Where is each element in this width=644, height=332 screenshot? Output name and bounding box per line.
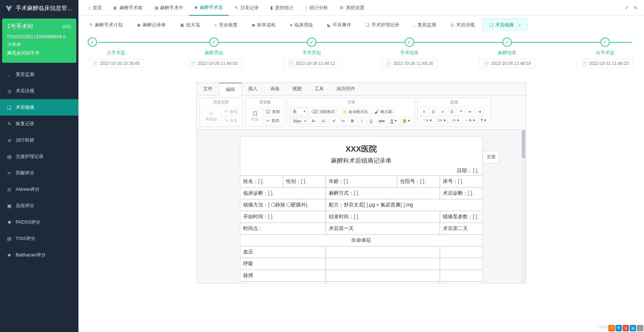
page-header-button[interactable]: 页眉 [483,151,499,163]
align-justify-button[interactable]: ☰ [448,108,456,116]
format-brush-button[interactable]: 🖌格式刷 [372,108,395,116]
scrollbar-thumb[interactable] [522,130,525,158]
nav-icon: ✱ [6,220,12,225]
para-more-button[interactable]: ¶▾ [479,116,489,124]
cut-button[interactable]: ✂剪切 [264,117,282,125]
topnav-item-3[interactable]: ■麻醉手术后 [189,0,229,16]
sidebar-item-0[interactable]: ◟复苏监测 [0,66,78,83]
editor-menu-bar: 文件编辑插入表格视图工具病历控件 [197,83,526,96]
subtab-label: 安全核查 [219,22,237,28]
subtab-7[interactable]: ❑手术护理记录 [359,19,406,31]
indent-button[interactable]: ⇥ [476,108,484,116]
refresh-icon[interactable]: ↻ [634,5,638,10]
align-right-button[interactable]: ≡ [439,108,446,116]
undo-button[interactable]: ↶撤销 [222,108,240,116]
tray-icon[interactable]: 方 [608,325,615,331]
topnav-item-1[interactable]: ◐麻醉手术前 [108,0,148,16]
editor-menu-5[interactable]: 工具 [308,83,330,95]
strike-button[interactable]: abc [377,117,387,125]
align-left-button[interactable]: ≡ [420,108,428,116]
font-decrease-button[interactable]: A↓ [320,117,329,125]
clear-format-button[interactable]: ⌫清除格式 [309,108,337,116]
redo-button[interactable]: ↷恢复 [222,117,240,125]
ribbon-title-history: 历史记录 [202,99,240,106]
subtab-1[interactable]: ◉麻醉记录单 [131,19,172,31]
spacing-button[interactable]: ↔A▾ [463,116,477,124]
tray-icon[interactable]: ⊞ [630,325,636,331]
font-family-select[interactable]: 无 [290,108,307,116]
topnav-item-5[interactable]: ▮质控统计 [265,0,299,16]
sidebar-item-2[interactable]: ❑术后镇痛 [0,99,78,116]
subtab-label: 复苏监测 [418,22,436,28]
subscript-button[interactable]: x₂ [339,117,347,125]
tray-icon[interactable]: 中 [615,325,622,331]
sidebar-item-5[interactable]: ▤交接护理记录 [0,148,78,165]
subtab-3[interactable]: ⌗安全核查 [208,19,244,31]
topnav-icon: ◐ [113,5,117,10]
font-color-button[interactable]: A▾ [388,117,399,125]
step-check-icon: ✓ [502,37,512,47]
sidebar-item-11[interactable]: ❖Balthazan评分 [0,247,78,263]
close-icon[interactable]: × [518,22,521,28]
subtab-9[interactable]: ◎术后访视 [444,19,481,31]
sidebar-item-1[interactable]: ◎术后访视 [0,83,78,99]
editor-menu-0[interactable]: 文件 [197,83,219,95]
subtab-6[interactable]: ◣不良事件 [321,19,358,31]
topnav-item-4[interactable]: ✎日常记录 [229,0,265,16]
fullscreen-icon[interactable]: ⤢ [625,5,629,10]
subtab-8[interactable]: ◟复苏监测 [407,19,443,31]
document-scroll[interactable]: 页眉 XXX医院 麻醉科术后镇痛记录单 日期： [ ]. 姓名：[ ]. 性别：… [197,130,526,283]
subtab-4[interactable]: ◆标本送检 [245,19,282,31]
superscript-button[interactable]: x² [330,117,338,125]
underline-button[interactable]: U [367,117,375,125]
topnav-label: 麻醉手术中 [160,5,183,11]
bold-button[interactable]: B [349,117,357,125]
italic-button[interactable]: I [358,117,366,125]
sidebar-item-7[interactable]: ⚖Aldrete评分 [0,181,78,198]
sidebar-item-9[interactable]: ✱PADSS评分 [0,214,78,230]
copy-button[interactable]: ⿻复制 [264,108,282,116]
tray-icon[interactable]: ↯ [623,325,629,331]
nav-icon: ▣ [6,203,12,209]
italic-icon: I [361,119,362,123]
sidebar-item-10[interactable]: ▤TISS评分 [0,230,78,247]
topnav-item-6[interactable]: ⫶统计分析 [299,0,334,16]
topnav-item-2[interactable]: ◑麻醉手术中 [148,0,189,16]
font-size-select[interactable]: 16px [290,117,308,124]
step-label: 出手术室 [596,50,614,56]
subtab-10[interactable]: ❑术后镇痛× [482,19,528,31]
tray-icon[interactable]: ⋮ [637,325,643,331]
clock-icon: 🕒 [582,61,587,66]
outdent-button[interactable]: ⇤ [466,108,474,116]
editor-menu-2[interactable]: 插入 [242,83,264,95]
topnav-item-7[interactable]: ⚙系统设置 [334,0,370,16]
editor-menu-3[interactable]: 表格 [264,83,286,95]
auto-format-icon: ✨ [341,109,347,114]
subtab-5[interactable]: ●临床用血 [283,19,320,31]
align-center-button[interactable]: ☰ [429,108,437,116]
bg-color-button[interactable]: A▾ [400,117,412,125]
scrollbar-track[interactable] [521,130,526,283]
bullet-list-button[interactable]: ⋮≡▾ [420,116,434,124]
topnav-item-0[interactable]: ⌂首页 [82,0,108,16]
sidebar-item-6[interactable]: ✂苏醒评分 [0,165,78,181]
subtab-icon: ◉ [137,22,140,27]
subtab-2[interactable]: ▣处方笺 [174,19,206,31]
auto-format-button[interactable]: ✨自动格式化 [339,108,370,116]
editor-menu-6[interactable]: 病历控件 [330,83,362,95]
bg-color-icon: A [403,119,407,123]
editor-menu-4[interactable]: 视图 [286,83,308,95]
line-height-button[interactable]: ↕≡▾ [449,116,461,124]
sidebar-item-8[interactable]: ▣压疮评分 [0,198,78,214]
paste-button[interactable]: 📋 粘贴 [248,108,262,124]
quote-button[interactable]: ❝ [457,108,465,116]
paste-icon: 📋 [252,111,258,116]
number-list-button[interactable]: 1≡▾ [435,116,448,124]
font-increase-button[interactable]: A↑ [310,117,318,125]
sidebar-item-3[interactable]: ✎恢复记录 [0,116,78,132]
nav-icon: ▤ [6,236,12,241]
sidebar-item-4[interactable]: ⊘治疗耗材 [0,132,78,148]
subtab-0[interactable]: ✎麻醉手术计划 [83,19,129,31]
scratch-button[interactable]: 🗂 草稿箱 [202,108,220,124]
editor-menu-1[interactable]: 编辑 [219,83,242,96]
